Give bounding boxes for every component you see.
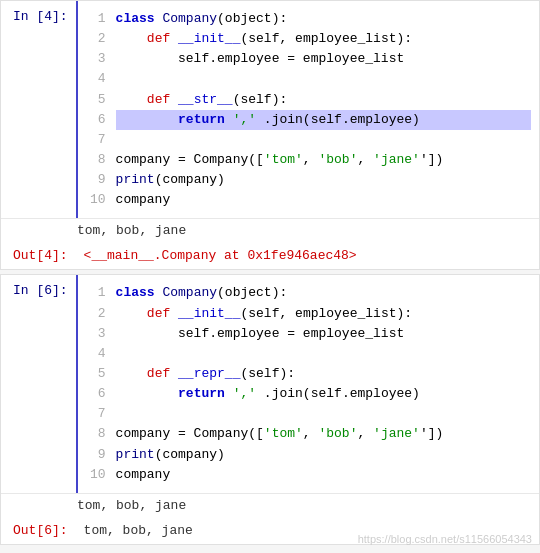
cell-output-1: Out[4]:<__main__.Company at 0x1fe946aec4… [1, 242, 539, 269]
code-area-1[interactable]: 1class Company(object):2 def __init__(se… [76, 1, 539, 218]
line-content: self.employee = employee_list [116, 324, 531, 344]
code-line: 5 def __repr__(self): [82, 364, 531, 384]
stdout-output: tom, bob, jane [1, 219, 539, 242]
line-number: 10 [82, 465, 106, 485]
cell-1: In [4]:1class Company(object):2 def __in… [0, 0, 540, 270]
line-number: 6 [82, 384, 106, 404]
code-line: 9print(company) [82, 170, 531, 190]
notebook: In [4]:1class Company(object):2 def __in… [0, 0, 540, 545]
line-number: 4 [82, 344, 106, 364]
code-line: 4 [82, 344, 531, 364]
line-number: 1 [82, 283, 106, 303]
code-line: 10company [82, 190, 531, 210]
code-line: 6 return ',' .join(self.employee) [82, 384, 531, 404]
code-line: 6 return ',' .join(self.employee) [82, 110, 531, 130]
cell-2: In [6]:1class Company(object):2 def __in… [0, 274, 540, 544]
code-line: 1class Company(object): [82, 9, 531, 29]
line-number: 9 [82, 445, 106, 465]
code-area-2[interactable]: 1class Company(object):2 def __init__(se… [76, 275, 539, 492]
line-content: self.employee = employee_list [116, 49, 531, 69]
code-line: 8company = Company(['tom', 'bob', 'jane'… [82, 150, 531, 170]
line-content: def __repr__(self): [116, 364, 531, 384]
line-content: def __str__(self): [116, 90, 531, 110]
code-line: 4 [82, 69, 531, 89]
line-number: 1 [82, 9, 106, 29]
out-label-1: Out[4]: [1, 242, 76, 269]
stdout-output: tom, bob, jane [1, 494, 539, 517]
watermark: https://blog.csdn.net/s11566054343 [358, 533, 532, 545]
line-content: return ',' .join(self.employee) [116, 110, 531, 130]
line-number: 2 [82, 29, 106, 49]
code-line: 5 def __str__(self): [82, 90, 531, 110]
line-content [116, 404, 531, 424]
line-number: 6 [82, 110, 106, 130]
code-line: 1class Company(object): [82, 283, 531, 303]
code-line: 3 self.employee = employee_list [82, 324, 531, 344]
line-number: 9 [82, 170, 106, 190]
line-content: print(company) [116, 170, 531, 190]
line-content [116, 344, 531, 364]
code-line: 2 def __init__(self, employee_list): [82, 29, 531, 49]
out-content-1: <__main__.Company at 0x1fe946aec48> [76, 242, 539, 269]
line-number: 10 [82, 190, 106, 210]
line-content: class Company(object): [116, 9, 531, 29]
code-line: 7 [82, 130, 531, 150]
line-content: company [116, 190, 531, 210]
line-content: company [116, 465, 531, 485]
line-number: 5 [82, 90, 106, 110]
line-number: 4 [82, 69, 106, 89]
line-number: 5 [82, 364, 106, 384]
line-content [116, 69, 531, 89]
out-label-2: Out[6]: [1, 517, 76, 544]
line-content [116, 130, 531, 150]
in-label-1: In [4]: [1, 1, 76, 218]
in-label-2: In [6]: [1, 275, 76, 492]
code-line: 10company [82, 465, 531, 485]
line-content: print(company) [116, 445, 531, 465]
line-number: 3 [82, 49, 106, 69]
line-content: class Company(object): [116, 283, 531, 303]
line-content: def __init__(self, employee_list): [116, 304, 531, 324]
cell-input-2: In [6]:1class Company(object):2 def __in… [1, 275, 539, 493]
code-line: 7 [82, 404, 531, 424]
line-content: def __init__(self, employee_list): [116, 29, 531, 49]
line-content: return ',' .join(self.employee) [116, 384, 531, 404]
code-line: 3 self.employee = employee_list [82, 49, 531, 69]
code-line: 8company = Company(['tom', 'bob', 'jane'… [82, 424, 531, 444]
code-line: 2 def __init__(self, employee_list): [82, 304, 531, 324]
line-number: 7 [82, 130, 106, 150]
line-content: company = Company(['tom', 'bob', 'jane''… [116, 150, 531, 170]
line-number: 2 [82, 304, 106, 324]
line-number: 8 [82, 424, 106, 444]
line-number: 8 [82, 150, 106, 170]
line-number: 3 [82, 324, 106, 344]
cell-input-1: In [4]:1class Company(object):2 def __in… [1, 1, 539, 219]
line-content: company = Company(['tom', 'bob', 'jane''… [116, 424, 531, 444]
line-number: 7 [82, 404, 106, 424]
code-line: 9print(company) [82, 445, 531, 465]
